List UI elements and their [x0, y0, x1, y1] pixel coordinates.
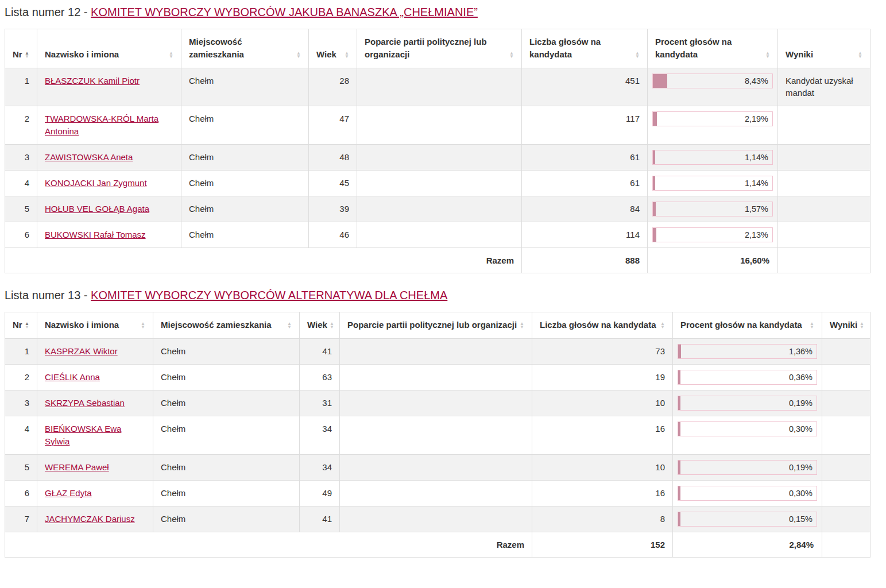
percent-value: 1,36% [789, 345, 813, 358]
candidate-name-cell: CIEŚLIK Anna [37, 365, 153, 390]
column-header-age[interactable]: Wiek▲▼ [300, 312, 340, 339]
percent-value: 1,14% [745, 150, 768, 164]
percent-value: 0,36% [789, 370, 813, 384]
candidate-age: 34 [300, 416, 340, 455]
candidate-percent-cell: 0,30% [673, 416, 822, 455]
candidate-link[interactable]: BUKOWSKI Rafał Tomasz [45, 230, 146, 239]
column-header-city[interactable]: Miejscowość zamieszkania▲▼ [153, 312, 300, 339]
column-label-percent: Procent głosów na kandydata [655, 36, 763, 61]
column-label-nr: Nr [13, 319, 22, 331]
table-row: 3 SKRZYPA Sebastian Chełm 31 10 0,19% [5, 390, 870, 416]
sort-icon[interactable]: ▲▼ [860, 322, 864, 331]
candidate-link[interactable]: WEREMA Paweł [45, 462, 109, 472]
column-header-percent[interactable]: Procent głosów na kandydata▲▼ [648, 29, 778, 68]
committee-link-12[interactable]: KOMITET WYBORCZY WYBORCÓW JAKUBA BANASZK… [91, 6, 478, 18]
column-header-name[interactable]: Nazwisko i imiona▲▼ [37, 312, 153, 339]
sort-icon[interactable]: ▲▼ [660, 322, 665, 331]
candidate-name-cell: WEREMA Paweł [37, 454, 153, 480]
column-header-results[interactable]: Wyniki▲▼ [778, 29, 870, 68]
candidate-link[interactable]: KONOJACKI Jan Zygmunt [45, 178, 147, 188]
candidate-name-cell: BŁASZCZUK Kamil Piotr [37, 68, 181, 106]
candidate-percent-cell: 2,19% [648, 106, 778, 145]
candidate-votes: 16 [532, 480, 673, 506]
sort-icon[interactable]: ▲▼ [858, 52, 862, 61]
candidate-support [357, 196, 522, 222]
table-row: 1 KASPRZAK Wiktor Chełm 41 73 1,36% [5, 339, 870, 365]
column-header-age[interactable]: Wiek▲▼ [309, 29, 357, 68]
candidate-city: Chełm [153, 390, 300, 416]
candidate-percent-cell: 0,30% [673, 480, 822, 506]
candidate-number: 1 [5, 68, 37, 106]
candidate-number: 6 [5, 480, 37, 506]
list-12-heading: Lista numer 12 - KOMITET WYBORCZY WYBORC… [5, 6, 881, 19]
total-row: Razem 152 2,84% [5, 532, 870, 558]
sort-icon[interactable]: ▲▼ [296, 52, 301, 61]
candidate-link[interactable]: SKRZYPA Sebastian [45, 398, 125, 408]
column-header-nr[interactable]: Nr▲▼ [5, 29, 37, 68]
percent-bar: 2,13% [652, 227, 773, 242]
sort-icon[interactable]: ▲▼ [345, 52, 349, 61]
candidate-city: Chełm [181, 170, 309, 196]
percent-bar-fill [678, 461, 680, 474]
candidate-percent-cell: 1,14% [648, 144, 778, 170]
sort-icon[interactable]: ▲▼ [509, 52, 514, 61]
column-label-votes: Liczba głosów na kandydata [540, 319, 656, 331]
candidate-votes: 73 [532, 339, 673, 365]
candidate-number: 1 [5, 339, 37, 365]
candidate-city: Chełm [181, 144, 309, 170]
candidate-link[interactable]: BŁASZCZUK Kamil Piotr [45, 76, 140, 86]
candidate-votes: 114 [522, 222, 648, 247]
candidate-votes: 117 [522, 106, 648, 145]
sort-icon[interactable]: ▲▼ [169, 52, 173, 61]
column-header-votes[interactable]: Liczba głosów na kandydata▲▼ [532, 312, 673, 339]
column-header-support[interactable]: Poparcie partii politycznej lub organiza… [357, 29, 522, 68]
candidate-city: Chełm [181, 68, 309, 106]
candidate-link[interactable]: ZAWISTOWSKA Aneta [45, 152, 133, 162]
column-header-nr[interactable]: Nr▲▼ [5, 312, 37, 339]
sort-icon[interactable]: ▲▼ [810, 322, 814, 331]
candidate-support [357, 106, 522, 145]
candidate-link[interactable]: KASPRZAK Wiktor [45, 346, 118, 356]
candidate-link[interactable]: CIEŚLIK Anna [45, 372, 100, 382]
sort-icon[interactable]: ▲▼ [287, 322, 292, 331]
sort-icon[interactable]: ▲▼ [25, 322, 29, 331]
committee-link-13[interactable]: KOMITET WYBORCZY WYBORCÓW ALTERNATYWA DL… [91, 289, 447, 301]
candidate-link[interactable]: JACHYMCZAK Dariusz [45, 514, 135, 524]
candidate-link[interactable]: HOŁUB VEL GOŁĄB Agata [45, 204, 149, 214]
percent-bar-fill [678, 512, 680, 526]
percent-bar-fill [678, 422, 680, 436]
sort-icon[interactable]: ▲▼ [330, 322, 334, 331]
percent-bar-fill [653, 150, 655, 164]
column-header-percent[interactable]: Procent głosów na kandydata▲▼ [673, 312, 822, 339]
sort-icon[interactable]: ▲▼ [765, 52, 770, 61]
sort-icon[interactable]: ▲▼ [141, 322, 145, 331]
candidate-result [778, 106, 870, 145]
column-header-city[interactable]: Miejscowość zamieszkania▲▼ [181, 29, 309, 68]
percent-value: 1,14% [745, 176, 768, 190]
column-header-votes[interactable]: Liczba głosów na kandydata▲▼ [522, 29, 648, 68]
column-header-support[interactable]: Poparcie partii politycznej lub organiza… [340, 312, 532, 339]
candidate-votes: 16 [532, 416, 673, 455]
percent-value: 0,19% [789, 461, 813, 474]
sort-icon[interactable]: ▲▼ [635, 52, 640, 61]
candidate-result [822, 416, 870, 455]
candidate-link[interactable]: TWARDOWSKA-KRÓL Marta Antonina [45, 114, 158, 136]
sort-icon[interactable]: ▲▼ [25, 52, 29, 61]
candidate-support [357, 170, 522, 196]
column-label-results: Wyniki [830, 319, 857, 331]
candidate-link[interactable]: BIEŃKOWSKA Ewa Sylwia [45, 424, 121, 446]
column-header-results[interactable]: Wyniki▲▼ [822, 312, 870, 339]
total-row: Razem 888 16,60% [5, 247, 870, 273]
candidates-table-list-12: Nr▲▼ Nazwisko i imiona▲▼ Miejscowość zam… [5, 29, 870, 273]
candidate-percent-cell: 8,43% [648, 68, 778, 106]
candidate-link[interactable]: GŁAZ Edyta [45, 488, 92, 498]
percent-value: 2,13% [745, 228, 768, 242]
column-header-name[interactable]: Nazwisko i imiona▲▼ [37, 29, 181, 68]
sort-icon[interactable]: ▲▼ [520, 322, 524, 331]
candidate-support [340, 339, 532, 365]
column-label-city: Miejscowość zamieszkania [189, 36, 294, 61]
candidate-city: Chełm [153, 339, 300, 365]
candidate-number: 3 [5, 390, 37, 416]
candidate-age: 48 [309, 144, 357, 170]
table-header-row: Nr▲▼ Nazwisko i imiona▲▼ Miejscowość zam… [5, 312, 870, 339]
